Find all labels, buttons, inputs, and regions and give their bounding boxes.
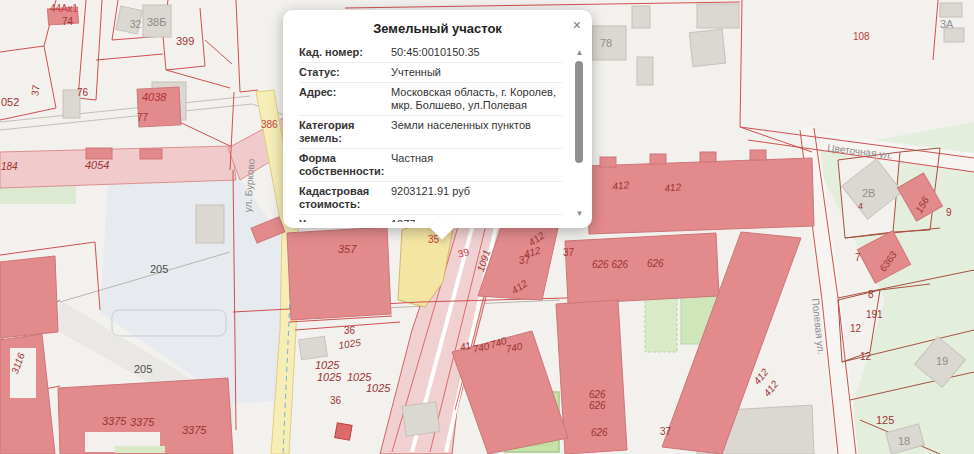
popup-field-row: Статус:Учтенный <box>299 63 562 83</box>
field-label: Уточненная площадь: <box>299 218 387 222</box>
popup-fields: Кад. номер:50:45:0010150.35Статус:Учтенн… <box>299 43 562 222</box>
field-label: Кад. номер: <box>299 46 387 59</box>
popup-title: Земельный участок <box>283 10 592 43</box>
close-icon[interactable]: × <box>573 18 581 32</box>
field-label: Адрес: <box>299 86 387 112</box>
popup-field-row: Адрес:Московская область, г. Королев, мк… <box>299 83 562 116</box>
field-value: 1277 кв.м <box>387 218 562 222</box>
field-value: 9203121.91 руб <box>387 185 562 211</box>
field-label: Статус: <box>299 66 387 79</box>
field-value: Учтенный <box>387 66 562 79</box>
parcel-info-popup: Земельный участок × Кад. номер:50:45:001… <box>283 10 592 228</box>
popup-scrollbar[interactable]: ▲ ▼ <box>574 48 585 218</box>
scrollbar-thumb[interactable] <box>575 61 583 163</box>
cadastral-map[interactable]: 44Ак1743238Б3990523776403877386781083А18… <box>0 0 974 454</box>
popup-field-row: Уточненная площадь:1277 кв.м <box>299 215 562 222</box>
popup-field-row: Кадастровая стоимость:9203121.91 руб <box>299 182 562 215</box>
field-label: Кадастровая стоимость: <box>299 185 387 211</box>
field-label: Категория земель: <box>299 119 387 145</box>
scroll-up-icon[interactable]: ▲ <box>575 48 584 57</box>
field-value: Московская область, г. Королев, мкр. Бол… <box>387 86 562 112</box>
field-value: Частная <box>387 152 562 178</box>
field-value: Земли населенных пунктов <box>387 119 562 145</box>
popup-field-row: Форма собственности:Частная <box>299 149 562 182</box>
popup-field-row: Категория земель:Земли населенных пункто… <box>299 116 562 149</box>
popup-field-row: Кад. номер:50:45:0010150.35 <box>299 43 562 63</box>
field-label: Форма собственности: <box>299 152 387 178</box>
field-value: 50:45:0010150.35 <box>387 46 562 59</box>
scroll-down-icon[interactable]: ▼ <box>575 209 584 218</box>
